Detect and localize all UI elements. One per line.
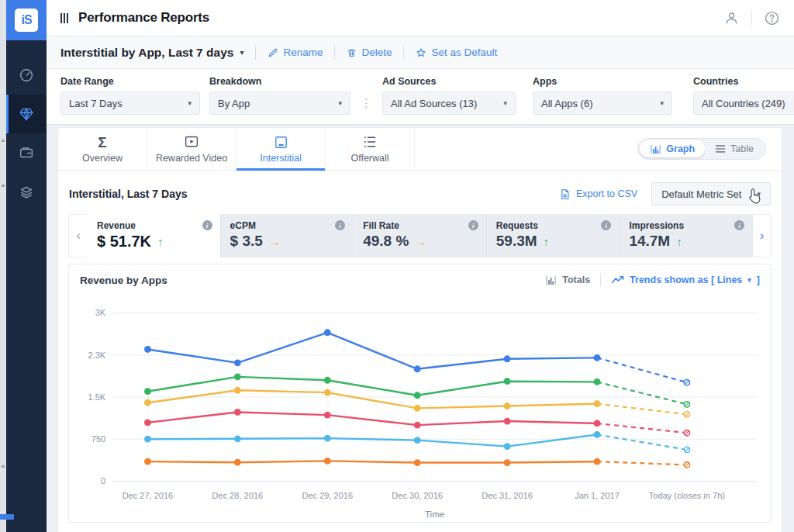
table-icon	[715, 144, 726, 154]
tabs-row: Σ Overview Rewarded Video	[58, 128, 782, 171]
svg-text:Dec 28, 2016: Dec 28, 2016	[212, 491, 263, 500]
trend-arrow-icon: →	[269, 235, 281, 248]
svg-text:Today (closes in 7h): Today (closes in 7h)	[648, 491, 724, 500]
sidebar-item-mediation[interactable]	[6, 172, 47, 211]
offerwall-list-icon	[362, 135, 378, 149]
trend-arrow-icon: ↑	[676, 235, 682, 248]
menu-icon[interactable]	[60, 13, 68, 23]
metrics-scroll-right[interactable]: ›	[752, 214, 772, 257]
tab-interstitial[interactable]: Interstitial	[236, 128, 326, 170]
trash-icon	[347, 47, 357, 58]
info-icon[interactable]: i	[601, 220, 611, 230]
metric-card-revenue[interactable]: Revenue $ 51.7K↑ i	[88, 214, 220, 257]
filter-breakdown: Breakdown By App ▾	[209, 76, 350, 115]
ad-sources-select[interactable]: All Ad Sources (13) ▾	[382, 92, 516, 115]
top-header: Performance Reports	[47, 0, 794, 36]
csv-file-icon	[559, 188, 571, 200]
filter-apps: Apps All Apps (6) ▾	[533, 76, 672, 115]
metric-card-ecpm[interactable]: eCPM $ 3.5→ i	[220, 214, 354, 257]
divider	[751, 10, 752, 26]
export-csv-button[interactable]: Export to CSV	[559, 188, 637, 200]
svg-text:Dec 30, 2016: Dec 30, 2016	[392, 491, 443, 500]
trend-arrow-icon: ↑	[157, 235, 164, 248]
sidebar-item-dashboard[interactable]	[6, 56, 47, 95]
date-range-select[interactable]: Last 7 Days ▾	[60, 92, 200, 115]
app-logo[interactable]: iS	[6, 0, 47, 40]
svg-text:Dec 29, 2016: Dec 29, 2016	[302, 491, 353, 500]
totals-bars-icon	[545, 275, 557, 285]
divider	[255, 46, 256, 60]
metrics-row: ‹ Revenue $ 51.7K↑ i eCPM $ 3.5→ i Fill …	[68, 214, 772, 257]
svg-text:Time: Time	[424, 510, 444, 519]
divider	[600, 274, 601, 286]
metric-card-impressions[interactable]: Impressions 14.7M↑ i	[619, 214, 752, 257]
rename-button[interactable]: Rename	[268, 47, 323, 58]
svg-text:2.3K: 2.3K	[88, 351, 105, 360]
metric-card-requests[interactable]: Requests 59.3M↑ i	[486, 214, 620, 257]
delete-button[interactable]: Delete	[347, 47, 392, 58]
metrics-scroll-left[interactable]: ‹	[68, 214, 88, 257]
wallet-icon	[18, 144, 35, 161]
svg-text:Dec 31, 2016: Dec 31, 2016	[482, 491, 533, 500]
sidebar-item-reports[interactable]	[6, 95, 47, 133]
caret-down-icon: ▾	[338, 99, 342, 107]
svg-text:Jan 1, 2017: Jan 1, 2017	[575, 491, 620, 500]
breakdown-select[interactable]: By App ▾	[209, 92, 350, 115]
svg-text:Dec 27, 2016: Dec 27, 2016	[122, 491, 173, 500]
rewarded-video-icon	[184, 135, 199, 149]
tab-rewarded-video[interactable]: Rewarded Video	[147, 128, 236, 170]
totals-button[interactable]: Totals	[545, 275, 590, 285]
tab-offerwall[interactable]: Offerwall	[326, 128, 415, 170]
gem-icon	[18, 105, 35, 123]
filter-ad-sources: Ad Sources All Ad Sources (13) ▾	[382, 76, 516, 115]
sidebar-item-wallet[interactable]	[6, 133, 47, 172]
filter-countries: Countries All Countries (249) ▾	[693, 76, 794, 115]
star-icon	[416, 47, 426, 58]
chart-panel: Revenue by Apps Totals	[68, 264, 772, 523]
graph-icon	[650, 144, 661, 154]
user-icon[interactable]	[723, 10, 740, 26]
main-area: Performance Reports Interstitial by App,…	[47, 0, 794, 532]
set-default-button[interactable]: Set as Default	[416, 47, 497, 58]
content-area: Σ Overview Rewarded Video	[47, 120, 794, 532]
gauge-icon	[18, 67, 35, 84]
toggle-table[interactable]: Table	[705, 140, 764, 157]
trend-arrow-icon: ↑	[544, 235, 550, 248]
info-icon[interactable]: i	[202, 220, 212, 230]
trend-line-icon	[611, 275, 624, 285]
graph-table-toggle: Graph Table	[637, 138, 766, 160]
svg-text:750: 750	[91, 434, 105, 444]
trend-arrow-icon: →	[415, 235, 426, 248]
edge-blue-fragment	[0, 514, 14, 520]
metric-set-dropdown[interactable]: Default Metric Set ▾	[651, 182, 771, 206]
pencil-icon	[268, 47, 278, 58]
tab-overview[interactable]: Σ Overview	[58, 128, 147, 170]
report-bar: Interstitial by App, Last 7 days ▾ Renam…	[47, 36, 794, 69]
revenue-line-chart[interactable]: 07501.5K2.3K3KDec 27, 2016Dec 28, 2016De…	[70, 289, 771, 522]
chevron-down-icon[interactable]: ▾	[240, 48, 243, 57]
info-icon[interactable]: i	[734, 220, 744, 230]
chart-title: Revenue by Apps	[80, 275, 167, 286]
help-icon[interactable]	[764, 10, 780, 26]
info-icon[interactable]: i	[468, 220, 478, 230]
svg-text:3K: 3K	[95, 308, 105, 317]
info-icon[interactable]: i	[335, 220, 345, 230]
edge-window-sliver	[0, 0, 6, 532]
metric-card-fill-rate[interactable]: Fill Rate 49.8 %→ i	[353, 214, 486, 257]
svg-text:0: 0	[101, 476, 105, 485]
countries-select[interactable]: All Countries (249) ▾	[693, 92, 794, 115]
caret-down-icon: ▾	[747, 276, 751, 284]
trends-dropdown[interactable]: Trends shown as [ Lines ▾ ]	[611, 275, 760, 285]
toggle-graph[interactable]: Graph	[640, 140, 705, 157]
report-title[interactable]: Interstitial by App, Last 7 days	[60, 46, 233, 60]
caret-down-icon: ▾	[757, 190, 761, 198]
divider	[403, 46, 404, 60]
caret-down-icon: ▾	[660, 99, 664, 107]
caret-down-icon: ▾	[503, 99, 507, 107]
apps-select[interactable]: All Apps (6) ▾	[533, 92, 672, 115]
filter-date-range: Date Range Last 7 Days ▾	[60, 76, 200, 115]
sidebar: iS	[6, 0, 47, 532]
sigma-icon: Σ	[98, 134, 106, 150]
section-title: Interstitial, Last 7 Days	[69, 188, 188, 200]
caret-down-icon: ▾	[188, 99, 192, 107]
